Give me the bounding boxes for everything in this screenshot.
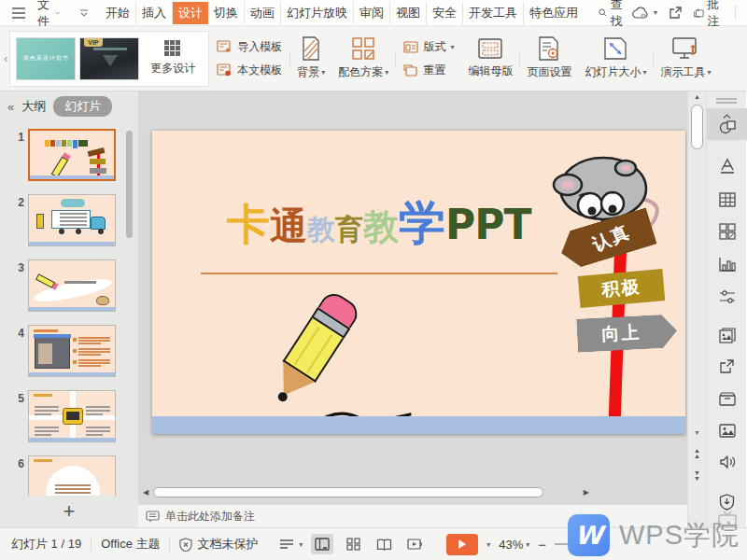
reading-view-button[interactable] [373, 534, 395, 554]
tab-outline[interactable]: 大纲 [21, 98, 46, 115]
play-slideshow-button[interactable] [446, 534, 478, 555]
tab-security[interactable]: 安全 [427, 2, 463, 24]
sorter-icon [346, 538, 360, 551]
tab-review[interactable]: 审阅 [354, 2, 390, 24]
file-menu-label: 文件 [37, 0, 52, 30]
doc-template-icon [217, 63, 233, 77]
tab-slides[interactable]: 幻灯片 [53, 96, 112, 117]
play-options-caret[interactable]: ▾ [486, 540, 490, 549]
page-setup-button[interactable]: 页面设置 [520, 36, 578, 80]
slide-thumbnail-3[interactable]: 3 [13, 259, 138, 312]
ribbon: ‹ 海色系设计划书 VIP 更多设计 导入模板 本文模板 背景▾ 配色方案▾ [0, 26, 747, 91]
slide-title[interactable]: 卡 通 教 育 教 学 PPT [227, 192, 582, 255]
tab-slideshow[interactable]: 幻灯片放映 [281, 2, 354, 24]
template-thumbnail-2[interactable]: VIP [79, 37, 139, 80]
table-button[interactable] [707, 185, 747, 215]
tab-design[interactable]: 设计 [173, 2, 208, 24]
slide-sorter-button[interactable] [342, 534, 364, 554]
album-button[interactable] [707, 320, 747, 350]
slide-number: 6 [13, 455, 24, 470]
slideshow-icon [407, 538, 423, 551]
background-button[interactable]: 背景▾ [290, 36, 331, 80]
panel-collapse-button[interactable]: « [7, 100, 14, 114]
shield-x-icon [179, 538, 192, 552]
share-button[interactable] [669, 7, 683, 20]
slide-panel: « 大纲 幻灯片 1 2 [0, 91, 138, 527]
scroll-right-icon[interactable]: ▶ [581, 488, 592, 497]
slide-thumbnail-2[interactable]: 2 [13, 194, 138, 246]
horizontal-scrollbar-thumb[interactable] [153, 487, 543, 497]
tab-view[interactable]: 视图 [390, 2, 427, 24]
notes-toggle-button[interactable]: ▾ [279, 539, 303, 550]
layout-gallery-button[interactable] [707, 217, 747, 246]
previous-slide-button[interactable]: ▲▲ [688, 448, 706, 459]
rail-drag-handle[interactable] [716, 96, 737, 104]
audio-button[interactable] [707, 447, 747, 477]
template-thumbnail-1[interactable]: 海色系设计划书 [16, 37, 76, 80]
vertical-scrollbar-thumb[interactable] [691, 105, 703, 149]
doc-template-button[interactable]: 本文模板 [217, 63, 282, 78]
quick-access-collapse-icon[interactable] [74, 9, 94, 17]
title-char: 学 [399, 192, 445, 255]
protection-label: 文档未保护 [197, 536, 258, 553]
title-char: 通 [270, 201, 307, 252]
slide-thumbnail-1[interactable]: 1 [13, 129, 138, 181]
slide-thumbnail-5[interactable]: 5 [13, 390, 138, 442]
tab-insert[interactable]: 插入 [136, 2, 173, 24]
scroll-left-icon[interactable]: ◀ [140, 488, 151, 497]
layout-button[interactable]: 版式 ▾ [403, 39, 454, 55]
divider [91, 537, 92, 552]
tab-transition[interactable]: 切换 [208, 2, 245, 24]
theme-name[interactable]: Office 主题 [101, 536, 160, 553]
slide-thumbnail-6[interactable]: 6 [13, 455, 138, 496]
title-char: 教 [363, 203, 399, 251]
comment-label: 批注 [707, 0, 724, 30]
color-scheme-button[interactable]: 配色方案▾ [331, 36, 395, 80]
panel-scrollbar-thumb[interactable] [126, 131, 133, 238]
material-box-button[interactable] [707, 384, 747, 413]
import-template-button[interactable]: 导入模板 [217, 39, 282, 55]
export-share-button[interactable] [707, 352, 747, 382]
scroll-up-icon[interactable]: ▲ [688, 93, 706, 100]
color-scheme-icon [351, 36, 375, 61]
file-menu[interactable]: 文件 [35, 0, 63, 30]
horizontal-scrollbar[interactable]: ◀ ▶ [140, 485, 685, 499]
normal-view-button[interactable] [311, 534, 333, 554]
zoom-level[interactable]: 43% ▾ [499, 538, 529, 552]
picture-button[interactable] [707, 415, 747, 445]
object-properties-button[interactable] [707, 108, 747, 140]
hamburger-icon[interactable] [7, 7, 30, 19]
slide-bottom-band [152, 416, 685, 434]
presentation-tools-button[interactable]: 演示工具▾ [654, 36, 717, 80]
title-char: PPT [445, 201, 531, 248]
slide-size-button[interactable]: 幻灯片大小▾ [578, 36, 653, 80]
scroll-down-icon[interactable]: ▼ [688, 429, 706, 436]
tab-special-apps[interactable]: 特色应用 [524, 2, 584, 24]
color-scheme-label: 配色方案 [338, 64, 383, 80]
zoom-out-button[interactable]: − [538, 537, 546, 553]
edit-master-button[interactable]: 编辑母版 [461, 37, 519, 79]
page-setup-label: 页面设置 [527, 64, 571, 80]
title-char: 教 [307, 211, 335, 249]
reset-button[interactable]: 重置 [403, 63, 454, 78]
next-slide-button[interactable]: ▼▼ [688, 470, 706, 482]
find-button[interactable]: 查找 [599, 0, 627, 30]
wordart-button[interactable] [707, 151, 747, 181]
chart-button[interactable] [707, 249, 747, 279]
slide-editor[interactable]: 卡 通 教 育 教 学 PPT [152, 131, 685, 434]
slide-canvas: 卡 通 教 育 教 学 PPT [138, 91, 687, 527]
tab-animation[interactable]: 动画 [245, 2, 281, 24]
gallery-prev-button[interactable]: ‹ [2, 51, 9, 65]
slide-number: 5 [13, 390, 24, 405]
protection-status[interactable]: 文档未保护 [179, 536, 258, 553]
slideshow-view-button[interactable] [403, 534, 426, 554]
slide-thumbnail-4[interactable]: 4 [13, 325, 138, 377]
cloud-sync-button[interactable]: ▾ [632, 7, 657, 20]
more-designs-button[interactable]: 更多设计 [143, 40, 203, 77]
adjust-settings-button[interactable] [707, 282, 747, 312]
tab-devtools[interactable]: 开发工具 [463, 2, 524, 24]
vertical-scrollbar[interactable]: ▲ ▼ ▲▲ ▼▼ [687, 91, 706, 527]
comment-button[interactable]: 批注 [694, 0, 724, 30]
add-slide-button[interactable]: + [63, 502, 76, 521]
tab-home[interactable]: 开始 [100, 2, 136, 24]
